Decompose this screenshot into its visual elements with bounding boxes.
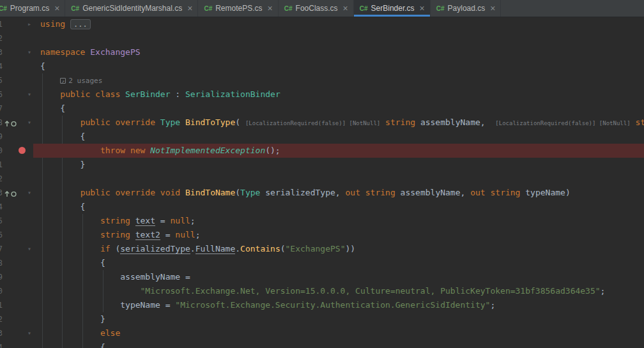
code-text[interactable]: 2 usages [33, 73, 644, 87]
gutter[interactable]: 9 [0, 130, 33, 144]
code-text[interactable]: } [33, 312, 644, 326]
gutter[interactable]: 5 [0, 73, 33, 87]
gutter[interactable]: 24 [0, 340, 33, 348]
fold-arrow-icon[interactable]: ▾ [27, 326, 31, 340]
line-number: 14 [0, 200, 3, 214]
code-text[interactable]: { [33, 340, 644, 348]
gutter[interactable]: 14 [0, 200, 33, 214]
fold-arrow-icon[interactable]: ▾ [27, 45, 31, 59]
code-text[interactable]: { [33, 59, 644, 73]
line-number: 15 [0, 214, 3, 228]
tab-label: Payload.cs [448, 4, 486, 13]
gutter[interactable]: 22 [0, 312, 33, 326]
code-text[interactable]: if (serializedType.FullName.Contains("Ex… [33, 242, 644, 256]
editor-tab-program-cs[interactable]: C#Program.cs× [0, 0, 65, 17]
gutter[interactable]: 19 [0, 270, 33, 284]
code-token: NotImplementedException [150, 146, 265, 155]
code-text[interactable]: { [33, 256, 644, 270]
code-token: out string [470, 188, 520, 197]
editor[interactable]: 1▸using ...23▾namespace ExchangePS4{5 2 … [0, 17, 644, 348]
code-token [180, 117, 185, 127]
gutter[interactable]: 16 [0, 228, 33, 242]
gutter[interactable]: 21 [0, 298, 33, 312]
code-text[interactable]: assemblyName = [33, 270, 644, 284]
line-number: 7 [0, 102, 3, 116]
code-token: using [40, 19, 70, 29]
code-text[interactable]: { [33, 130, 644, 144]
code-text[interactable] [33, 172, 644, 186]
fold-arrow-icon[interactable]: ▾ [27, 242, 31, 256]
gutter[interactable]: 13▾ [0, 186, 33, 200]
gutter[interactable]: 2 [0, 31, 33, 45]
tab-close-icon[interactable]: × [420, 4, 425, 13]
line-number: 24 [0, 340, 3, 348]
tab-close-icon[interactable]: × [54, 4, 59, 13]
fold-arrow-icon[interactable]: ▾ [27, 186, 31, 200]
fold-arrow-icon[interactable]: ▾ [27, 87, 31, 102]
gutter[interactable]: 6▾ [0, 87, 33, 102]
gutter[interactable]: 15 [0, 214, 33, 228]
breakpoint-icon[interactable] [19, 147, 26, 154]
code-token: ... [70, 19, 91, 29]
code-token [380, 117, 385, 127]
code-text[interactable]: namespace ExchangePS [33, 45, 644, 59]
editor-tab-remoteps-cs[interactable]: C#RemotePS.cs× [198, 0, 278, 17]
tab-close-icon[interactable]: × [490, 4, 495, 13]
line-number: 19 [0, 270, 3, 284]
code-token: { [40, 202, 85, 211]
gutter[interactable]: 10 [0, 144, 33, 158]
editor-tab-fooclass-cs[interactable]: C#FooClass.cs× [279, 0, 354, 17]
code-token: throw new [100, 146, 150, 155]
code-line: 17▾ if (serializedType.FullName.Contains… [0, 242, 644, 256]
editor-tab-serbinder-cs[interactable]: C#SerBinder.cs× [354, 0, 431, 17]
code-token: string [635, 117, 644, 127]
code-text[interactable]: string text = null; [33, 214, 644, 228]
code-text[interactable]: else [33, 326, 644, 340]
code-text[interactable]: } [33, 158, 644, 172]
gutter[interactable]: 20 [0, 284, 33, 298]
code-text[interactable]: throw new NotImplementedException(); [33, 144, 644, 158]
code-token: null [171, 216, 190, 225]
code-token: Type [240, 188, 260, 197]
fold-arrow-icon[interactable]: ▾ [27, 116, 31, 130]
code-token: string [100, 230, 130, 239]
gutter[interactable]: 1▸ [0, 17, 33, 31]
code-line: 4{ [0, 59, 644, 73]
code-text[interactable]: string text2 = null; [33, 228, 644, 242]
tab-close-icon[interactable]: × [268, 4, 273, 13]
code-text[interactable]: public class SerBinder : SerializationBi… [33, 87, 644, 102]
gutter[interactable]: 3▾ [0, 45, 33, 59]
gutter[interactable]: 17▾ [0, 242, 33, 256]
gutter[interactable]: 11 [0, 158, 33, 172]
code-text[interactable]: using ... [33, 17, 644, 31]
editor-tab-genericsididentitymarshal-cs[interactable]: C#GenericSidIdentityMarshal.cs× [65, 0, 198, 17]
gutter[interactable]: 12 [0, 172, 33, 186]
usages-icon [60, 78, 66, 84]
code-text[interactable]: typeName = "Microsoft.Exchange.Security.… [33, 298, 644, 312]
gutter[interactable]: 4 [0, 59, 33, 73]
tab-close-icon[interactable]: × [187, 4, 192, 13]
fold-arrow-icon[interactable]: ▸ [27, 17, 31, 31]
code-token [40, 286, 141, 296]
line-number: 4 [0, 59, 3, 73]
code-text[interactable]: { [33, 102, 644, 116]
gutter[interactable]: 23▾ [0, 326, 33, 340]
code-token: ( [111, 244, 121, 253]
code-text[interactable]: { [33, 200, 644, 214]
code-token: null [175, 230, 195, 239]
csharp-file-icon: C# [284, 5, 293, 12]
code-line: 13▾ public override void BindToName(Type… [0, 186, 644, 200]
code-line: 10 throw new NotImplementedException(); [0, 144, 644, 158]
code-token: { [40, 132, 85, 141]
code-text[interactable]: "Microsoft.Exchange.Net, Version=15.0.0.… [33, 284, 644, 298]
code-token [40, 188, 80, 197]
gutter[interactable]: 18 [0, 256, 33, 270]
gutter[interactable]: 7 [0, 102, 33, 116]
code-text[interactable]: public override Type BindToType( [Locali… [33, 116, 644, 130]
tab-close-icon[interactable]: × [343, 4, 348, 13]
code-line: 6▾ public class SerBinder : Serializatio… [0, 87, 644, 102]
editor-tab-payload-cs[interactable]: C#Payload.cs× [431, 0, 502, 17]
code-text[interactable] [33, 31, 644, 45]
gutter[interactable]: 8▾ [0, 116, 33, 130]
code-text[interactable]: public override void BindToName(Type ser… [33, 186, 644, 200]
